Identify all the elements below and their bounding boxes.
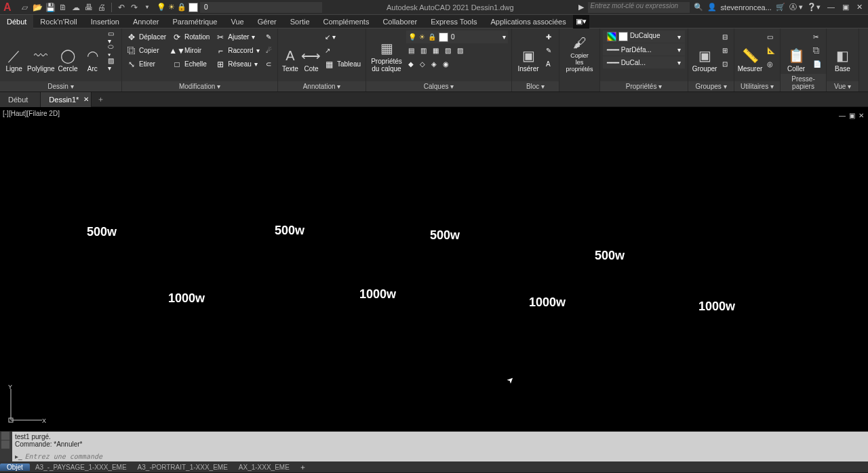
groupedit-icon[interactable]: ⊞: [720, 44, 730, 57]
add-tab-icon[interactable]: ＋: [92, 94, 110, 104]
user-name[interactable]: stevenroncea...: [721, 3, 772, 12]
base-button[interactable]: ◧Base: [829, 30, 856, 73]
layer-tool2-icon[interactable]: ▥: [418, 44, 429, 57]
ellipse-icon[interactable]: ⬭ ▾: [106, 44, 119, 57]
matchprops-button[interactable]: 🖌Copier les propriétés: [562, 30, 597, 73]
erase-icon[interactable]: ✎: [264, 30, 274, 43]
panel-label-groupes[interactable]: Groupes ▾: [688, 81, 734, 91]
panel-label-bloc[interactable]: Bloc ▾: [512, 81, 559, 91]
close-icon[interactable]: ✕: [854, 3, 865, 11]
color-dropdown[interactable]: DuCalque▾: [603, 30, 685, 43]
layout-a3-paysage[interactable]: A3_-_PAYSAGE_1-XXX_EME: [30, 464, 132, 471]
tableau-button[interactable]: ▦Tableau: [323, 58, 363, 70]
layer-tool8-icon[interactable]: ◈: [429, 58, 439, 70]
layer-tool9-icon[interactable]: ◉: [441, 58, 451, 70]
viewport[interactable]: [-][Haut][Filaire 2D] — ▣ ✕ 500w500w500w…: [0, 107, 868, 431]
lock-icon[interactable]: 🔒: [177, 3, 186, 12]
layout-a3-portrait[interactable]: A3_-PORTRAIT_1-XXX_EME: [132, 464, 233, 471]
qat-dropdown-icon[interactable]: ▼: [142, 2, 153, 13]
share-icon[interactable]: ▶: [578, 3, 584, 12]
texte-button[interactable]: ATexte: [281, 30, 300, 73]
cercle-button[interactable]: ◯Cercle: [56, 30, 79, 73]
plot-icon[interactable]: 🖶: [83, 2, 94, 13]
copy-icon[interactable]: ⿻: [811, 44, 823, 57]
model-text[interactable]: 500w: [595, 249, 625, 263]
help-search[interactable]: Entrez mot-clé ou expression: [588, 2, 690, 13]
util2-icon[interactable]: 📐: [765, 44, 777, 57]
cut-icon[interactable]: ✂: [811, 30, 823, 43]
open-icon[interactable]: 📂: [32, 2, 43, 13]
model-text[interactable]: 1000w: [698, 300, 735, 314]
panel-label-vue[interactable]: Vue ▾: [827, 81, 859, 91]
polyligne-button[interactable]: 〰Polyligne: [27, 30, 54, 73]
user-icon[interactable]: 👤: [707, 3, 717, 12]
offset-icon[interactable]: ⊂: [264, 58, 274, 70]
tab-express[interactable]: Express Tools: [424, 15, 484, 28]
block-create-icon[interactable]: ✚: [544, 30, 553, 43]
app-store-icon[interactable]: Ⓐ ▾: [789, 2, 803, 12]
layer-tool3-icon[interactable]: ▦: [431, 44, 441, 57]
sun-icon[interactable]: ☀: [168, 3, 175, 12]
panel-label-modification[interactable]: Modification ▾: [122, 81, 277, 91]
tab-extra-toggle[interactable]: ▣▾: [573, 15, 589, 28]
saveas-icon[interactable]: 🗎: [58, 2, 68, 13]
util3-icon[interactable]: ◎: [765, 58, 777, 70]
model-text[interactable]: 500w: [430, 228, 460, 243]
new-icon[interactable]: ▱: [19, 2, 30, 13]
add-layout-icon[interactable]: ＋: [295, 462, 311, 472]
block-attr-icon[interactable]: A: [544, 58, 553, 70]
mleader-icon[interactable]: ↗: [323, 44, 363, 57]
cart-icon[interactable]: 🛒: [776, 3, 785, 12]
layout-ax[interactable]: AX_1-XXX_EME: [233, 464, 295, 471]
inserer-button[interactable]: ▣Insérer: [515, 30, 542, 73]
search-icon[interactable]: 🔍: [694, 3, 703, 12]
leader-icon[interactable]: ↙ ▾: [323, 30, 363, 43]
restore-icon[interactable]: ▣: [840, 3, 852, 11]
explode-icon[interactable]: ☄: [264, 44, 274, 57]
vp-restore-icon[interactable]: ▣: [848, 111, 856, 119]
panel-label-calques[interactable]: Calques ▾: [366, 81, 511, 91]
app-icon[interactable]: A: [3, 1, 16, 14]
layer-props-button[interactable]: ▦Propriétés du calque: [369, 30, 404, 73]
tab-insertion[interactable]: Insertion: [84, 15, 126, 28]
tab-vue[interactable]: Vue: [224, 15, 250, 28]
hatch-icon[interactable]: ▨ ▾: [106, 58, 119, 70]
rectangle-icon[interactable]: ▭ ▾: [106, 30, 119, 43]
tab-rocknroll[interactable]: Rock'n'Roll: [33, 15, 83, 28]
groupsel-icon[interactable]: ⊡: [720, 58, 730, 70]
qat-layer-dropdown[interactable]: 0: [200, 2, 322, 13]
layer-tool6-icon[interactable]: ◆: [406, 58, 416, 70]
ajuster-button[interactable]: ✂Ajuster ▾: [214, 30, 261, 43]
raccord-button[interactable]: ⌐Raccord ▾: [214, 44, 261, 57]
tab-complements[interactable]: Compléments: [317, 15, 376, 28]
util1-icon[interactable]: ▭: [765, 30, 777, 43]
vp-close-icon[interactable]: ✕: [857, 111, 865, 119]
ligne-button[interactable]: ／Ligne: [3, 30, 25, 73]
print-icon[interactable]: 🖨: [96, 2, 107, 13]
layer-tool1-icon[interactable]: ▤: [406, 44, 416, 57]
command-input[interactable]: [25, 453, 868, 460]
panel-label-dessin[interactable]: Dessin ▾: [0, 81, 121, 91]
tab-apps[interactable]: Applications associées: [484, 15, 572, 28]
ungroup-icon[interactable]: ⊟: [720, 30, 730, 43]
lineweight-dropdown[interactable]: ━━━ DuCal...▾: [603, 56, 685, 68]
layer-tool4-icon[interactable]: ▧: [443, 44, 453, 57]
grouper-button[interactable]: ▣Grouper: [691, 30, 718, 73]
coller-button[interactable]: 📋Coller: [783, 30, 809, 73]
tab-debut[interactable]: Début: [0, 15, 33, 28]
cloud-icon[interactable]: ☁: [71, 2, 81, 13]
filetab-start[interactable]: Début: [0, 92, 41, 107]
model-text[interactable]: 1000w: [529, 295, 566, 310]
layer-dropdown[interactable]: 💡 ☀ 🔒 0▾: [406, 30, 508, 43]
lightbulb-icon[interactable]: 💡: [157, 3, 166, 12]
vp-minimize-icon[interactable]: —: [838, 111, 846, 119]
panel-label-annotation[interactable]: Annotation ▾: [278, 81, 366, 91]
model-text[interactable]: 500w: [275, 224, 304, 238]
mesurer-button[interactable]: 📏Mesurer: [737, 30, 763, 73]
model-text[interactable]: 1000w: [168, 291, 205, 306]
redo-icon[interactable]: ↷: [129, 2, 140, 13]
tab-gerer[interactable]: Gérer: [251, 15, 283, 28]
tab-annoter[interactable]: Annoter: [126, 15, 166, 28]
tab-parametrique[interactable]: Paramétrique: [165, 15, 224, 28]
etirer-button[interactable]: ⤡Etirer: [125, 58, 168, 70]
